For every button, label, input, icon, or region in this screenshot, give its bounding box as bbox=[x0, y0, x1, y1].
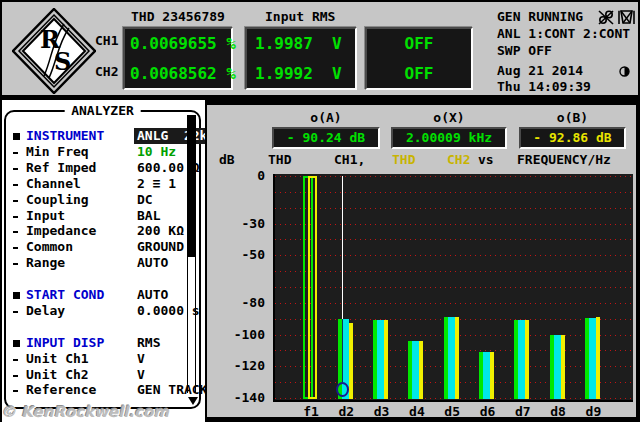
cursor-line[interactable] bbox=[342, 176, 343, 319]
dash-bullet-icon bbox=[13, 168, 18, 170]
scrollbar[interactable] bbox=[187, 115, 196, 393]
analyzer-settings-panel: ANALYZER INSTRUMENTANLG 22kHzMin Freq10 … bbox=[4, 110, 201, 409]
thd-ch2-value: 0.0068562 % bbox=[130, 64, 231, 83]
dash-bullet-icon bbox=[13, 311, 18, 313]
cursor-a-value: - 90.24 dB bbox=[272, 127, 380, 149]
menu-item-unit-ch1[interactable]: Unit Ch1V bbox=[6, 351, 199, 367]
bar-d3-ch1-fill bbox=[377, 320, 384, 400]
watermark: © KenRockwell.com bbox=[1, 403, 169, 421]
chart-title-thd2: THD bbox=[392, 152, 415, 167]
menu-item-value: DC bbox=[137, 192, 153, 208]
y-tick-label: -120 bbox=[207, 359, 265, 373]
x-tick-label-d6: d6 bbox=[471, 404, 505, 419]
bar-plot-area bbox=[273, 174, 633, 402]
sweep-status: SWP OFF bbox=[497, 43, 552, 58]
rohde-schwarz-logo: R S bbox=[12, 8, 96, 94]
bar-d5-ch2 bbox=[455, 317, 459, 399]
time-display: Thu 14:09:39 bbox=[497, 79, 591, 94]
menu-item-label: Input bbox=[26, 208, 65, 224]
dash-bullet-icon bbox=[13, 216, 18, 218]
clock-icon bbox=[619, 66, 630, 77]
rms-ch2-value: 1.9992 V bbox=[255, 64, 355, 83]
rms-ch1-value: 1.9987 V bbox=[255, 34, 355, 53]
cursor-b-label: o(B) bbox=[519, 110, 626, 125]
bar-d6-ch1-fill bbox=[483, 352, 490, 399]
cursor-x-label: o(X) bbox=[391, 110, 507, 125]
menu-item-common[interactable]: CommonGROUND bbox=[6, 239, 199, 255]
bar-d4-ch2 bbox=[419, 341, 423, 399]
input-rms-display: 1.9987 V 1.9992 V bbox=[245, 27, 357, 90]
menu-item-reference[interactable]: ReferenceGEN TRACK bbox=[6, 382, 199, 398]
x-tick-label-d4: d4 bbox=[400, 404, 434, 419]
bar-d5-ch1-fill bbox=[448, 317, 455, 399]
dash-bullet-icon bbox=[13, 200, 18, 202]
thd-display: 0.0069655 % 0.0068562 % bbox=[123, 27, 233, 90]
menu-item-min-freq[interactable]: Min Freq10 Hz bbox=[6, 144, 199, 160]
dash-bullet-icon bbox=[13, 375, 18, 377]
menu-item-coupling[interactable]: CouplingDC bbox=[6, 192, 199, 208]
menu-item-value: V bbox=[137, 351, 145, 367]
x-tick-label-d3: d3 bbox=[365, 404, 399, 419]
x-tick-label-d9: d9 bbox=[576, 404, 610, 419]
menu-item-label: Impedance bbox=[26, 223, 96, 239]
menu-item-label: Delay bbox=[26, 303, 65, 319]
gridline bbox=[275, 192, 633, 193]
cursor-x-value: 2.00009 kHz bbox=[391, 127, 507, 149]
gridline bbox=[275, 287, 633, 288]
gridline bbox=[275, 208, 633, 209]
dash-bullet-icon bbox=[13, 359, 18, 361]
menu-item-value: 10 Hz bbox=[137, 144, 176, 160]
bar-d9-ch2 bbox=[596, 317, 600, 399]
scrollbar-thumb[interactable] bbox=[188, 115, 195, 257]
bar-d9-ch1-fill bbox=[589, 318, 596, 399]
menu-item-ref-imped[interactable]: Ref Imped600.00 Ω bbox=[6, 160, 199, 176]
chart-title-vs: vs bbox=[478, 152, 494, 167]
menu-item-unit-ch2[interactable]: Unit Ch2V bbox=[6, 367, 199, 383]
ch1-label: CH1 bbox=[95, 33, 118, 48]
aux-display: OFF OFF bbox=[365, 27, 473, 90]
gridline bbox=[275, 255, 633, 256]
cursor-a-label: o(A) bbox=[272, 110, 380, 125]
cursor-line-inner bbox=[342, 319, 343, 382]
y-tick-label: -100 bbox=[207, 328, 265, 342]
menu-item-value: AUTO bbox=[137, 255, 168, 271]
gridline bbox=[275, 176, 633, 177]
menu-item-value: AUTO bbox=[137, 287, 168, 303]
menu-item-impedance[interactable]: Impedance200 KΩ bbox=[6, 223, 199, 239]
square-bullet-icon bbox=[13, 292, 20, 299]
y-tick-label: 0 bbox=[207, 169, 265, 183]
menu-item-input-disp[interactable]: INPUT DISPRMS bbox=[6, 335, 199, 351]
dash-bullet-icon bbox=[13, 184, 18, 186]
analyzer-status: ANL 1:CONT 2:CONT bbox=[497, 26, 630, 41]
gridline bbox=[275, 224, 633, 225]
menu-item-channel[interactable]: Channel2 ≡ 1 bbox=[6, 176, 199, 192]
bar-d4-ch1-fill bbox=[412, 341, 419, 399]
chart-title-ch2: CH2 bbox=[447, 152, 470, 167]
menu-item-input[interactable]: InputBAL bbox=[6, 208, 199, 224]
left-region: ANALYZER INSTRUMENTANLG 22kHzMin Freq10 … bbox=[2, 100, 205, 422]
menu-item-value: 200 KΩ bbox=[137, 223, 184, 239]
x-tick-label-d5: d5 bbox=[435, 404, 469, 419]
menu-item-label: INSTRUMENT bbox=[26, 128, 104, 144]
cursor-b-value: - 92.86 dB bbox=[519, 127, 626, 149]
menu-item-value: BAL bbox=[137, 208, 160, 224]
scroll-down-arrow-icon[interactable] bbox=[188, 397, 198, 405]
bar-d8-ch1-fill bbox=[554, 335, 561, 399]
menu-item-label: Range bbox=[26, 255, 65, 271]
menu-item-range[interactable]: RangeAUTO bbox=[6, 255, 199, 271]
x-tick-label-d7: d7 bbox=[506, 404, 540, 419]
y-axis-unit: dB bbox=[219, 152, 235, 167]
menu-item-value: V bbox=[137, 367, 145, 383]
mouse-disabled-icon bbox=[598, 10, 614, 25]
bar-d2-ch2 bbox=[349, 323, 353, 399]
bar-d3-ch2 bbox=[384, 320, 388, 400]
bar-d7-ch1-fill bbox=[518, 320, 525, 399]
menu-item-instrument[interactable]: INSTRUMENTANLG 22kHz bbox=[6, 128, 199, 144]
menu-item-label: Min Freq bbox=[26, 144, 89, 160]
menu-item-start-cond[interactable]: START CONDAUTO bbox=[6, 287, 199, 303]
bar-d6-ch2 bbox=[490, 352, 494, 399]
menu-item-label: Coupling bbox=[26, 192, 89, 208]
menu-item-delay[interactable]: Delay0.0000 s bbox=[6, 303, 199, 319]
chart-title-ch1: CH1, bbox=[334, 152, 365, 167]
dash-bullet-icon bbox=[13, 247, 18, 249]
